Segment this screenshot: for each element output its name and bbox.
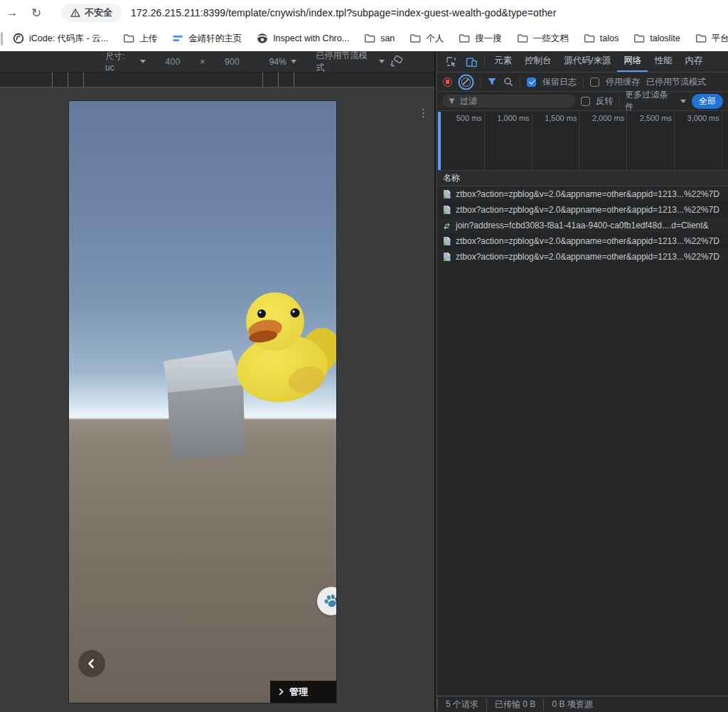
bookmark-icon — [695, 33, 707, 44]
clear-network-log-icon[interactable] — [461, 78, 471, 87]
timeline-tick: 2,000 ms — [579, 111, 627, 170]
rotate-device-icon[interactable] — [390, 55, 403, 68]
status-item: 0 B 项资源 — [543, 698, 600, 711]
status-item-label: 已传输 0 B — [495, 699, 535, 709]
disable-cache-label[interactable]: 停用缓存 — [606, 76, 640, 88]
bookmark-item[interactable]: san — [364, 33, 395, 44]
screen: → ↻ 不安全 172.26.215.211:8399/template/cny… — [0, 0, 728, 712]
more-filters-select[interactable]: 更多过滤条件 — [625, 89, 686, 113]
request-row[interactable]: ztbox?action=zpblog&v=2.0&appname=other&… — [437, 249, 728, 265]
timeline-tick: 3,000 ms — [675, 111, 722, 170]
devtools-tab[interactable]: 性能 — [648, 51, 678, 72]
devtools-tab[interactable]: 源代码/来源 — [558, 51, 618, 72]
timeline-selection-bar — [438, 112, 441, 170]
device-mode-pane: 尺寸: uc 400 × 900 94% 已停用节流模式 ⋮ — [0, 51, 436, 712]
invert-filter-checkbox[interactable] — [581, 97, 590, 106]
request-type-icon — [442, 189, 451, 199]
manage-bar[interactable]: 管理 — [270, 681, 336, 703]
devtools-tab[interactable]: 网络 — [617, 51, 648, 72]
viewport-width-field[interactable]: 400 — [165, 57, 180, 67]
request-name: ztbox?action=zpblog&v=2.0&appname=other&… — [456, 252, 719, 262]
emulated-viewport[interactable]: 管理 — [69, 101, 336, 703]
requests-list: ztbox?action=zpblog&v=2.0&appname=other&… — [437, 186, 728, 265]
bookmark-item[interactable]: taloslite — [633, 33, 680, 44]
security-chip[interactable]: 不安全 — [61, 4, 122, 22]
filter-input-box[interactable] — [442, 95, 575, 107]
status-item: 5 个请求 — [437, 698, 486, 711]
filter-icon[interactable] — [487, 77, 497, 87]
throttling-select[interactable]: 已停用节流模式 — [316, 50, 385, 74]
bookmark-item[interactable]: 平台 — [695, 33, 728, 45]
viewport-height-field[interactable]: 900 — [225, 57, 240, 67]
preserve-log-checkbox[interactable] — [527, 78, 536, 87]
requests-name-header[interactable]: 名称 — [437, 171, 728, 186]
multiply-icon: × — [200, 57, 205, 67]
invert-filter-label[interactable]: 反转 — [596, 95, 613, 107]
request-row[interactable]: join?address=fcbd3083-f8a1-41aa-9400-ca0… — [437, 218, 728, 233]
bookmark-item[interactable]: 搜一搜 — [459, 33, 502, 45]
url-text[interactable]: 172.26.215.211:8399/template/cnywish/ind… — [131, 7, 557, 18]
request-name: ztbox?action=zpblog&v=2.0&appname=other&… — [456, 205, 719, 215]
bookmark-item[interactable]: 上传 — [123, 33, 157, 45]
bookmark-item[interactable]: talos — [584, 33, 619, 44]
bookmark-icon — [364, 33, 375, 44]
request-row[interactable]: ztbox?action=zpblog&v=2.0&appname=other&… — [437, 202, 728, 218]
record-network-log-icon[interactable] — [443, 78, 452, 87]
devtools-tab[interactable]: 元素 — [488, 51, 518, 72]
timeline-tick-label: 2,000 ms — [592, 114, 624, 122]
rubber-duck — [233, 292, 336, 407]
device-stage: 管理 — [0, 87, 434, 712]
filter-all-button[interactable]: 全部 — [692, 94, 723, 109]
bookmark-icon — [257, 33, 268, 44]
zoom-select[interactable]: 94% — [269, 57, 296, 67]
network-timeline[interactable]: 500 ms 1,000 ms 1,500 ms 2,000 ms 2,500 … — [437, 111, 728, 171]
request-name: ztbox?action=zpblog&v=2.0&appname=other&… — [456, 236, 719, 246]
bookmark-item[interactable]: 金靖轩的主页 — [172, 33, 242, 45]
bookmark-label: 搜一搜 — [475, 33, 502, 45]
network-throttling-label[interactable]: 已停用节流模式 — [646, 76, 706, 88]
status-item-label: 5 个请求 — [446, 699, 478, 709]
tab-label: 源代码/来源 — [564, 55, 611, 67]
request-name: ztbox?action=zpblog&v=2.0&appname=other&… — [456, 189, 719, 199]
security-chip-label: 不安全 — [85, 6, 112, 19]
gray-cube — [164, 350, 245, 459]
inspect-element-icon[interactable] — [441, 51, 461, 72]
caret-down-icon — [140, 60, 146, 63]
bookmark-item[interactable]: iCode: 代码库 - 云... — [13, 33, 108, 45]
preserve-log-label[interactable]: 保留日志 — [542, 76, 577, 88]
bookmark-item[interactable]: Inspect with Chro... — [257, 33, 349, 44]
device-select[interactable]: 尺寸: uc — [105, 51, 146, 73]
back-button[interactable] — [78, 650, 105, 677]
request-row[interactable]: ztbox?action=zpblog&v=2.0&appname=other&… — [437, 186, 728, 202]
omnibox[interactable]: 不安全 172.26.215.211:8399/template/cnywish… — [61, 2, 728, 23]
browser-toolbar: → ↻ 不安全 172.26.215.211:8399/template/cny… — [0, 0, 728, 26]
divider — [520, 77, 520, 87]
toggle-device-toolbar-icon[interactable] — [461, 51, 481, 72]
request-row[interactable]: ztbox?action=zpblog&v=2.0&appname=other&… — [437, 233, 728, 249]
forward-icon[interactable]: → — [0, 6, 24, 20]
more-filters-label: 更多过滤条件 — [625, 89, 676, 113]
reload-icon[interactable]: ↻ — [24, 6, 48, 21]
devtools-panel: 元素 控制台 源代码/来源 网络 性能 内存 — [437, 51, 728, 712]
divider — [583, 77, 584, 87]
bookmark-label: 平台 — [712, 33, 728, 45]
filter-input[interactable] — [460, 96, 560, 106]
caret-down-icon — [680, 100, 686, 103]
devtools-tab[interactable]: 内存 — [678, 51, 709, 72]
timeline-tick: 500 ms — [437, 111, 485, 170]
bookmark-label: 一些文档 — [533, 33, 569, 45]
timeline-tick-label: 3,000 ms — [687, 114, 719, 122]
network-status-bar: 5 个请求 已传输 0 B 0 B 项资源 — [437, 696, 728, 712]
bookmark-label: san — [380, 33, 395, 43]
bookmark-label: taloslite — [650, 33, 680, 43]
search-icon[interactable] — [503, 77, 513, 87]
disable-cache-checkbox[interactable] — [590, 78, 599, 87]
requests-empty-area — [437, 265, 728, 696]
bookmark-item[interactable]: 一些文档 — [517, 33, 569, 45]
bookmark-item[interactable]: 个人 — [410, 33, 444, 45]
timeline-tick: 1,000 ms — [485, 111, 532, 170]
devtools-tab[interactable]: 控制台 — [518, 51, 558, 72]
bookmark-label: talos — [600, 33, 619, 43]
timeline-tick-label: 500 ms — [456, 114, 482, 122]
tab-label: 元素 — [494, 55, 512, 67]
